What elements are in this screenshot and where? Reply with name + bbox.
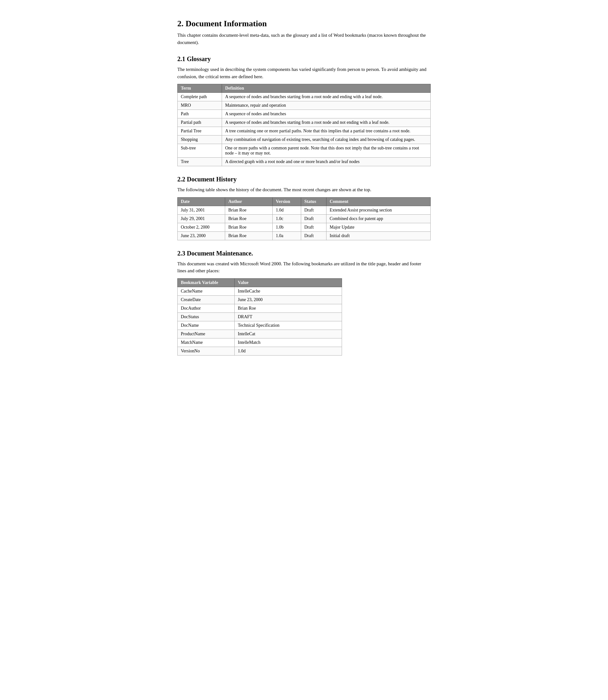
bookmark-variable: MatchName bbox=[178, 338, 235, 347]
history-author: Brian Roe bbox=[225, 206, 273, 214]
section2-title: 2. Document Information bbox=[177, 19, 431, 28]
history-comment: Extended Assist processing section bbox=[326, 206, 431, 214]
table-row: July 31, 2001Brian Roe1.0dDraftExtended … bbox=[178, 206, 431, 214]
section21-intro: The terminology used in describing the s… bbox=[177, 66, 431, 80]
history-date: June 23, 2000 bbox=[178, 231, 225, 240]
history-header-status: Status bbox=[301, 197, 326, 206]
glossary-definition: A sequence of nodes and branches startin… bbox=[222, 118, 431, 127]
table-row: July 29, 2001Brian Roe1.0cDraftCombined … bbox=[178, 214, 431, 223]
section22-title: 2.2 Document History bbox=[177, 176, 431, 183]
history-comment: Combined docs for patent app bbox=[326, 214, 431, 223]
history-header-comment: Comment bbox=[326, 197, 431, 206]
table-row: CacheNameIntelleCache bbox=[178, 287, 342, 295]
history-header-author: Author bbox=[225, 197, 273, 206]
table-row: ShoppingAny combination of navigation of… bbox=[178, 136, 431, 144]
history-comment: Major Update bbox=[326, 223, 431, 231]
table-row: Partial pathA sequence of nodes and bran… bbox=[178, 118, 431, 127]
history-comment: Initial draft bbox=[326, 231, 431, 240]
table-row: VersionNo1.0d bbox=[178, 347, 342, 355]
history-status: Draft bbox=[301, 231, 326, 240]
glossary-table: TermDefinition Complete pathA sequence o… bbox=[177, 84, 431, 166]
glossary-definition: Maintenance, repair and operation bbox=[222, 101, 431, 110]
history-version: 1.0b bbox=[273, 223, 301, 231]
glossary-definition: A directed graph with a root node and on… bbox=[222, 158, 431, 166]
bookmark-value: IntelleCache bbox=[235, 287, 342, 295]
history-table: DateAuthorVersionStatusComment July 31, … bbox=[177, 197, 431, 240]
table-row: Partial TreeA tree containing one or mor… bbox=[178, 127, 431, 136]
table-row: PathA sequence of nodes and branches bbox=[178, 110, 431, 118]
glossary-term: Partial Tree bbox=[178, 127, 222, 136]
glossary-term: Complete path bbox=[178, 93, 222, 101]
bookmark-header-bookmark-variable: Bookmark Variable bbox=[178, 278, 235, 287]
bookmark-value: Technical Specification bbox=[235, 321, 342, 330]
history-date: October 2, 2000 bbox=[178, 223, 225, 231]
glossary-definition: Any combination of navigation of existin… bbox=[222, 136, 431, 144]
section22-intro: The following table shows the history of… bbox=[177, 186, 431, 193]
bookmark-value: IntelleMatch bbox=[235, 338, 342, 347]
history-status: Draft bbox=[301, 223, 326, 231]
glossary-term: Shopping bbox=[178, 136, 222, 144]
history-author: Brian Roe bbox=[225, 231, 273, 240]
glossary-term: Path bbox=[178, 110, 222, 118]
table-row: MROMaintenance, repair and operation bbox=[178, 101, 431, 110]
table-row: DocStatusDRAFT bbox=[178, 312, 342, 321]
section23-intro: This document was created with Microsoft… bbox=[177, 260, 431, 274]
history-author: Brian Roe bbox=[225, 214, 273, 223]
glossary-definition: A sequence of nodes and branches startin… bbox=[222, 93, 431, 101]
bookmark-value: Brian Roe bbox=[235, 304, 342, 312]
bookmark-variable: ProductName bbox=[178, 330, 235, 338]
glossary-header-definition: Definition bbox=[222, 84, 431, 93]
glossary-header-term: Term bbox=[178, 84, 222, 93]
history-author: Brian Roe bbox=[225, 223, 273, 231]
bookmark-variable: DocName bbox=[178, 321, 235, 330]
bookmark-variable: DocStatus bbox=[178, 312, 235, 321]
table-row: MatchNameIntelleMatch bbox=[178, 338, 342, 347]
glossary-definition: A sequence of nodes and branches bbox=[222, 110, 431, 118]
bookmark-variable: VersionNo bbox=[178, 347, 235, 355]
glossary-term: MRO bbox=[178, 101, 222, 110]
bookmark-value: DRAFT bbox=[235, 312, 342, 321]
bookmark-table: Bookmark VariableValue CacheNameIntelleC… bbox=[177, 278, 342, 355]
table-row: Sub-treeOne or more paths with a common … bbox=[178, 144, 431, 158]
history-date: July 29, 2001 bbox=[178, 214, 225, 223]
section21-title: 2.1 Glossary bbox=[177, 55, 431, 63]
table-row: DocAuthorBrian Roe bbox=[178, 304, 342, 312]
bookmark-header-value: Value bbox=[235, 278, 342, 287]
section23-title: 2.3 Document Maintenance. bbox=[177, 250, 431, 257]
glossary-term: Sub-tree bbox=[178, 144, 222, 158]
table-row: TreeA directed graph with a root node an… bbox=[178, 158, 431, 166]
bookmark-value: 1.0d bbox=[235, 347, 342, 355]
history-header-date: Date bbox=[178, 197, 225, 206]
table-row: October 2, 2000Brian Roe1.0bDraftMajor U… bbox=[178, 223, 431, 231]
glossary-definition: A tree containing one or more partial pa… bbox=[222, 127, 431, 136]
table-row: June 23, 2000Brian Roe1.0aDraftInitial d… bbox=[178, 231, 431, 240]
history-status: Draft bbox=[301, 214, 326, 223]
table-row: CreateDateJune 23, 2000 bbox=[178, 295, 342, 304]
history-date: July 31, 2001 bbox=[178, 206, 225, 214]
history-version: 1.0d bbox=[273, 206, 301, 214]
glossary-definition: One or more paths with a common parent n… bbox=[222, 144, 431, 158]
history-version: 1.0c bbox=[273, 214, 301, 223]
history-status: Draft bbox=[301, 206, 326, 214]
bookmark-value: IntelleCat bbox=[235, 330, 342, 338]
table-row: ProductNameIntelleCat bbox=[178, 330, 342, 338]
table-row: Complete pathA sequence of nodes and bra… bbox=[178, 93, 431, 101]
section2-intro: This chapter contains document-level met… bbox=[177, 32, 431, 46]
bookmark-variable: CacheName bbox=[178, 287, 235, 295]
history-version: 1.0a bbox=[273, 231, 301, 240]
bookmark-variable: CreateDate bbox=[178, 295, 235, 304]
table-row: DocNameTechnical Specification bbox=[178, 321, 342, 330]
bookmark-variable: DocAuthor bbox=[178, 304, 235, 312]
glossary-term: Partial path bbox=[178, 118, 222, 127]
glossary-term: Tree bbox=[178, 158, 222, 166]
history-header-version: Version bbox=[273, 197, 301, 206]
bookmark-value: June 23, 2000 bbox=[235, 295, 342, 304]
